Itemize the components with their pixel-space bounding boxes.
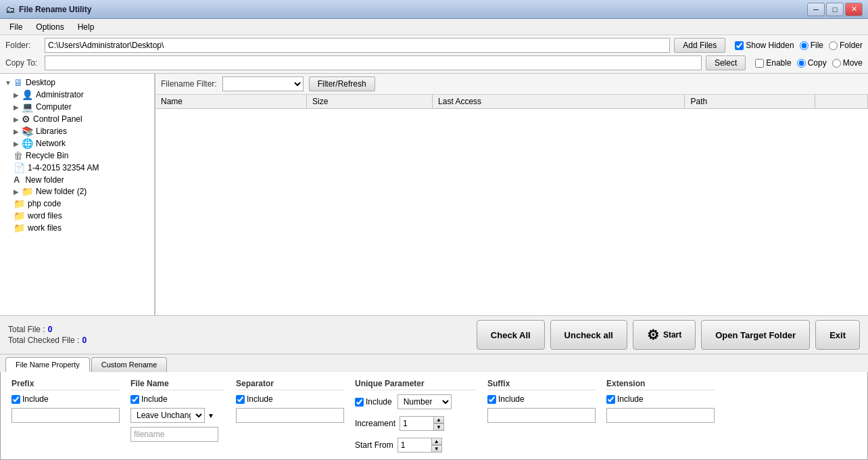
move-radio[interactable]: Move bbox=[832, 58, 863, 68]
tree-expander[interactable]: ▶ bbox=[11, 140, 22, 147]
prefix-title: Prefix bbox=[11, 379, 120, 390]
separator-input[interactable] bbox=[236, 408, 344, 423]
folder-path-input[interactable] bbox=[45, 38, 670, 53]
file-panel: Filename Filter: Filter/Refresh Name Siz… bbox=[155, 74, 868, 315]
increment-spinner[interactable]: ▲ ▼ bbox=[400, 416, 444, 431]
unique-include-checkbox[interactable]: Include bbox=[355, 397, 392, 407]
uncheck-all-button[interactable]: Uncheck all bbox=[550, 320, 627, 350]
tree-expander[interactable]: ▶ bbox=[11, 91, 22, 99]
show-hidden-checkbox[interactable]: Show Hidden bbox=[735, 41, 794, 50]
phpcode-icon: 📁 bbox=[14, 198, 25, 209]
menu-help[interactable]: Help bbox=[71, 21, 101, 33]
extension-group: Extension Include bbox=[606, 379, 715, 453]
tree-expander[interactable]: ▶ bbox=[11, 104, 22, 111]
menu-options[interactable]: Options bbox=[29, 21, 70, 33]
start-button[interactable]: ⚙ Start bbox=[633, 320, 696, 350]
suffix-input[interactable] bbox=[487, 408, 596, 423]
tree-item-newfolder2[interactable]: ▶ 📁 New folder (2) bbox=[0, 185, 154, 198]
filename-type-select[interactable]: Leave Unchange bbox=[130, 408, 205, 423]
maximize-button[interactable]: □ bbox=[826, 3, 844, 16]
separator-include-checkbox[interactable]: Include bbox=[236, 394, 344, 404]
top-bar: Folder: Add Files Show Hidden File Folde… bbox=[0, 35, 868, 74]
tab-customrename[interactable]: Custom Rename bbox=[91, 357, 168, 372]
tab-fileprop[interactable]: File Name Property bbox=[5, 357, 90, 372]
startfrom-value[interactable] bbox=[397, 438, 431, 453]
tree-item-phpcode[interactable]: 📁 php code bbox=[0, 198, 154, 210]
separator-title: Separator bbox=[236, 379, 344, 390]
minimize-button[interactable]: ─ bbox=[807, 3, 825, 16]
network-icon: 🌐 bbox=[22, 138, 33, 149]
unique-type-select[interactable]: Number Date Time bbox=[397, 394, 452, 409]
exit-button[interactable]: Exit bbox=[815, 320, 860, 350]
filter-bar: Filename Filter: Filter/Refresh bbox=[155, 74, 868, 95]
tree-item-recycle[interactable]: 🗑 Recycle Bin bbox=[0, 150, 154, 162]
tree-item-controlpanel[interactable]: ▶ ⚙ Control Panel bbox=[0, 113, 154, 125]
startfrom-down[interactable]: ▼ bbox=[431, 445, 442, 453]
filename-dropdown-arrow[interactable]: ▼ bbox=[208, 412, 214, 419]
extension-input[interactable] bbox=[606, 408, 715, 423]
col-extra bbox=[815, 95, 867, 109]
tree-expander[interactable]: ▶ bbox=[11, 128, 22, 135]
tree-expander[interactable]: ▶ bbox=[11, 116, 22, 123]
menu-file[interactable]: File bbox=[3, 21, 29, 33]
folder-a-icon: A bbox=[14, 175, 20, 185]
total-file-label: Total File : bbox=[8, 325, 45, 334]
prefix-include-checkbox[interactable]: Include bbox=[11, 394, 120, 404]
props-panel: Prefix Include File Name Include Leave U… bbox=[0, 372, 868, 460]
copy-to-label: Copy To: bbox=[5, 58, 41, 68]
tree-item-file1[interactable]: 📄 1-4-2015 32354 AM bbox=[0, 162, 154, 174]
copy-radio[interactable]: Copy bbox=[797, 58, 827, 68]
tree-label: word files bbox=[28, 211, 62, 221]
startfrom-spinner[interactable]: ▲ ▼ bbox=[397, 438, 442, 453]
increment-down[interactable]: ▼ bbox=[433, 423, 444, 431]
filter-refresh-button[interactable]: Filter/Refresh bbox=[309, 76, 375, 91]
libraries-icon: 📚 bbox=[22, 126, 33, 137]
close-button[interactable]: ✕ bbox=[845, 3, 863, 16]
increment-up[interactable]: ▲ bbox=[433, 416, 444, 423]
desktop-icon: 🖥 bbox=[14, 77, 23, 88]
tree-item-computer[interactable]: ▶ 💻 Computer bbox=[0, 101, 154, 113]
filename-input[interactable] bbox=[130, 427, 218, 442]
select-button[interactable]: Select bbox=[706, 55, 746, 70]
folder-radio[interactable]: Folder bbox=[829, 41, 863, 50]
filename-group: File Name Include Leave Unchange ▼ bbox=[130, 379, 225, 453]
wordfiles-icon: 📁 bbox=[14, 210, 25, 221]
tree-item-desktop[interactable]: ▼ 🖥 Desktop bbox=[0, 76, 154, 89]
enable-checkbox[interactable]: Enable bbox=[755, 58, 791, 68]
extension-include-checkbox[interactable]: Include bbox=[606, 394, 715, 404]
tree-item-administrator[interactable]: ▶ 👤 Administrator bbox=[0, 89, 154, 101]
show-hidden-input[interactable] bbox=[735, 41, 744, 50]
filename-title: File Name bbox=[130, 379, 225, 390]
startfrom-up[interactable]: ▲ bbox=[431, 438, 442, 445]
tree-item-network[interactable]: ▶ 🌐 Network bbox=[0, 137, 154, 150]
file-radio[interactable]: File bbox=[800, 41, 823, 50]
tree-label: Network bbox=[36, 139, 66, 148]
check-all-button[interactable]: Check All bbox=[477, 320, 545, 350]
suffix-include-checkbox[interactable]: Include bbox=[487, 394, 596, 404]
unique-param-title: Unique Parameter bbox=[355, 379, 477, 390]
unique-param-group: Unique Parameter Include Number Date Tim… bbox=[355, 379, 477, 453]
filter-select[interactable] bbox=[222, 76, 304, 91]
startfrom-label: Start From bbox=[355, 440, 393, 450]
filename-include-checkbox[interactable]: Include bbox=[130, 394, 225, 404]
tree-expander[interactable]: ▼ bbox=[3, 79, 14, 87]
tree-label: work files bbox=[28, 223, 62, 233]
tree-label: 1-4-2015 32354 AM bbox=[28, 163, 99, 172]
col-path: Path bbox=[685, 95, 815, 109]
administrator-icon: 👤 bbox=[22, 89, 33, 100]
copy-to-input[interactable] bbox=[45, 55, 702, 70]
prefix-input[interactable] bbox=[11, 408, 120, 423]
copy-move-group: Enable Copy Move bbox=[755, 58, 863, 68]
increment-value[interactable] bbox=[400, 416, 433, 431]
tree-item-newfolder[interactable]: A New folder bbox=[0, 174, 154, 185]
tree-item-wordfiles[interactable]: 📁 word files bbox=[0, 210, 154, 222]
prefix-group: Prefix Include bbox=[11, 379, 120, 453]
file-table: Name Size Last Access Path bbox=[155, 95, 868, 315]
open-target-button[interactable]: Open Target Folder bbox=[701, 320, 810, 350]
tree-item-libraries[interactable]: ▶ 📚 Libraries bbox=[0, 125, 154, 137]
tree-expander[interactable]: ▶ bbox=[11, 188, 22, 196]
tree-item-workfiles[interactable]: 📁 work files bbox=[0, 222, 154, 234]
tree-panel[interactable]: ▼ 🖥 Desktop ▶ 👤 Administrator ▶ 💻 Comput… bbox=[0, 74, 155, 315]
tree-label: Libraries bbox=[36, 127, 67, 136]
add-files-button[interactable]: Add Files bbox=[674, 38, 725, 53]
